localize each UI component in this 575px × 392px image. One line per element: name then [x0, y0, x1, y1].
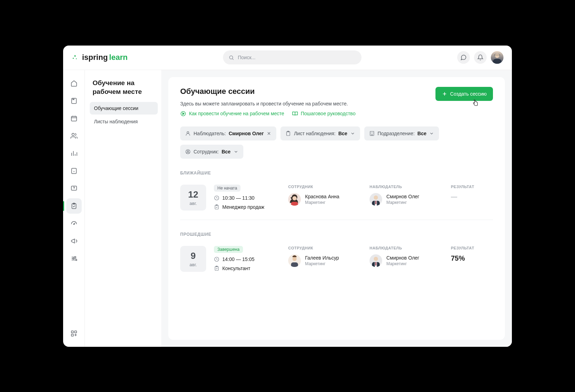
rail-ojt[interactable]: [66, 198, 82, 214]
filter-employee-value: Все: [222, 149, 231, 154]
chevron-down-icon: [234, 149, 238, 154]
menu-item-sheets[interactable]: Листы наблюдения: [90, 115, 158, 128]
user-circle-icon: [185, 149, 191, 154]
time-value: 14:00 — 15:05: [222, 256, 255, 262]
link-how-to-label: Как провести обучение на рабочем месте: [189, 111, 284, 116]
date-day: 9: [191, 250, 196, 261]
logo[interactable]: ispring learn: [72, 53, 128, 62]
section-past-label: ПРОШЕДШИЕ: [180, 232, 493, 237]
rail-courses[interactable]: [66, 93, 82, 109]
filters-row: Наблюдатель: Смирнов Олег Лист наблюдени…: [180, 126, 493, 159]
svg-rect-2: [493, 59, 501, 64]
rail-info[interactable]: [66, 163, 82, 179]
chat-icon: [460, 54, 467, 61]
session-row-upcoming[interactable]: 12 авг. Не начата 10:30 — 11:30 Менеджер…: [180, 176, 493, 220]
filter-department-value: Все: [418, 131, 427, 136]
result-value: 75%: [451, 254, 493, 262]
employee-col: СОТРУДНИК Краснова Анна Маркетинг: [288, 185, 362, 206]
clock-icon: [214, 256, 219, 262]
content-card: Обучающие сессии Здесь вы можете заплани…: [168, 77, 505, 340]
topbar-actions: [457, 51, 503, 64]
logo-text-learn: learn: [109, 53, 128, 62]
rail-reports[interactable]: [66, 146, 82, 161]
employee-person: Краснова Анна Маркетинг: [288, 193, 362, 206]
clipboard-icon: [285, 131, 291, 136]
observer-col: НАБЛЮДАТЕЛЬ Смирнов Олег Маркетинг: [370, 246, 443, 267]
user-avatar[interactable]: [491, 51, 503, 64]
chevron-down-icon: [429, 131, 434, 136]
observer-avatar: [370, 193, 382, 206]
rail-help[interactable]: [66, 181, 82, 196]
rail-announce[interactable]: [66, 233, 82, 249]
page-subtitle: Здесь вы можете запланировать и провести…: [180, 101, 356, 106]
observer-person: Смирнов Олег Маркетинг: [370, 193, 443, 206]
employee-name: Галеев Ильсур: [305, 255, 339, 261]
filter-employee[interactable]: Сотрудник: Все: [180, 145, 243, 159]
link-how-to[interactable]: Как провести обучение на рабочем месте: [180, 111, 284, 117]
observer-name: Смирнов Олег: [386, 194, 419, 199]
employee-name: Краснова Анна: [305, 194, 339, 199]
filter-sheet-value: Все: [338, 131, 347, 136]
filter-employee-label: Сотрудник:: [194, 149, 219, 154]
employee-person: Галеев Ильсур Маркетинг: [288, 254, 362, 267]
topbar: ispring learn: [63, 46, 512, 70]
rail-performance[interactable]: [66, 216, 82, 231]
notifications-button[interactable]: [474, 51, 487, 64]
menu-item-sessions[interactable]: Обучающие сессии: [90, 102, 158, 115]
chat-button[interactable]: [457, 51, 470, 64]
svg-point-15: [76, 259, 77, 260]
rail-home[interactable]: [66, 76, 82, 91]
play-circle-icon: [180, 111, 186, 117]
svg-rect-30: [291, 202, 298, 206]
clipboard-check-icon: [214, 204, 219, 210]
svg-point-29: [292, 196, 297, 200]
session-info: Завершена 14:00 — 15:05 Консультант: [214, 246, 280, 271]
time-line: 14:00 — 15:05: [214, 256, 280, 262]
card-header: Обучающие сессии Здесь вы можете заплани…: [180, 87, 493, 117]
app-window: ispring learn: [63, 46, 512, 347]
logo-icon: [72, 54, 79, 61]
side-panel: Обучение на рабочем месте Обучающие сесс…: [85, 70, 161, 347]
filter-sheet[interactable]: Лист наблюдения: Все: [280, 126, 360, 140]
svg-point-40: [374, 257, 378, 261]
section-upcoming-label: БЛИЖАЙШИЕ: [180, 171, 493, 176]
observer-person: Смирнов Олег Маркетинг: [370, 254, 443, 267]
rail-apps[interactable]: [66, 326, 82, 341]
rail-settings[interactable]: [66, 251, 82, 266]
result-col: РЕЗУЛЬТАТ 75%: [451, 246, 493, 262]
status-badge: Не начата: [214, 185, 241, 192]
rail-calendar[interactable]: [66, 111, 82, 126]
observer-avatar: [370, 254, 382, 267]
svg-rect-18: [71, 334, 73, 336]
result-col-label: РЕЗУЛЬТАТ: [451, 246, 493, 250]
time-value: 10:30 — 11:30: [222, 195, 255, 201]
page-title: Обучающие сессии: [180, 87, 356, 96]
observer-col-label: НАБЛЮДАТЕЛЬ: [370, 246, 443, 250]
filter-sheet-label: Лист наблюдения:: [294, 131, 336, 136]
sheet-value: Консультант: [222, 266, 250, 271]
svg-rect-39: [291, 262, 298, 267]
employee-avatar: [288, 193, 301, 206]
observer-dept: Маркетинг: [386, 261, 419, 266]
book-open-icon: [292, 111, 298, 117]
employee-dept: Маркетинг: [305, 261, 339, 266]
create-session-button[interactable]: Создать сессию: [435, 87, 493, 101]
rail-users[interactable]: [66, 128, 82, 144]
sheet-value: Менеджер продаж: [222, 204, 264, 210]
svg-point-7: [72, 133, 74, 136]
session-row-past[interactable]: 9 авг. Завершена 14:00 — 15:05 Консульта…: [180, 237, 493, 281]
create-session-label: Создать сессию: [450, 91, 487, 97]
svg-point-31: [374, 195, 378, 200]
body-wrap: Обучение на рабочем месте Обучающие сесс…: [63, 70, 512, 347]
svg-point-12: [73, 223, 74, 225]
link-guide[interactable]: Пошаговое руководство: [292, 111, 356, 117]
search-box[interactable]: [223, 50, 361, 64]
panel-menu: Обучающие сессии Листы наблюдения: [90, 102, 158, 128]
clear-icon[interactable]: [266, 131, 271, 136]
observer-dept: Маркетинг: [386, 200, 419, 205]
date-month: авг.: [190, 201, 197, 206]
filter-observer[interactable]: Наблюдатель: Смирнов Олег: [180, 126, 276, 140]
filter-department[interactable]: Подразделение: Все: [364, 126, 439, 140]
search-input[interactable]: [238, 55, 356, 60]
observer-col-label: НАБЛЮДАТЕЛЬ: [370, 185, 443, 189]
